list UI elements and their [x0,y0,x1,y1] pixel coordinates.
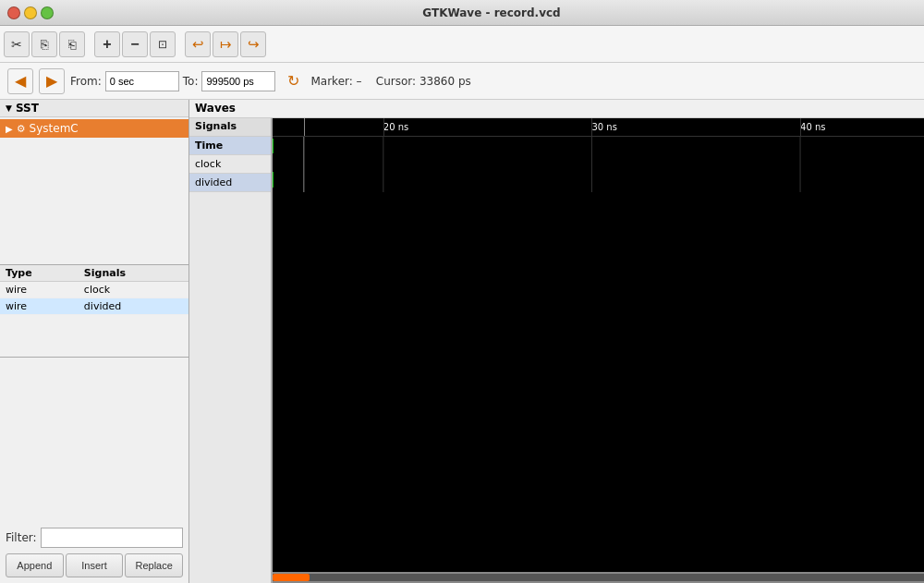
time-signal-row: Time [189,137,271,155]
copy-button[interactable]: ⎘ [31,31,57,57]
ruler-label-40ns: 40 ns [800,122,825,132]
sst-tree[interactable]: ▶ ⚙ SystemC [0,117,188,261]
maximize-button[interactable] [41,6,54,19]
close-button[interactable] [7,6,20,19]
cursor-line [304,118,305,136]
clock-signal-label: clock [195,158,221,170]
from-label: From: [70,75,102,88]
zoom-fit-button[interactable]: ⊡ [150,31,176,57]
scrollbar-thumb[interactable] [273,574,310,581]
titlebar: GTKWave - record.vcd [0,0,924,26]
sst-empty-area [0,358,188,522]
cursor-label: Cursor: 33860 ps [376,75,471,88]
module-icon: ⚙ [17,123,26,135]
replace-button[interactable]: Replace [125,553,183,577]
first-button[interactable]: ↦ [213,31,238,57]
signals-col-header: Signals [79,265,188,282]
to-label: To: [183,75,199,88]
append-button[interactable]: Append [6,553,64,577]
signal-table: Type Signals wire clock wire divided [0,265,188,315]
marker-info: Marker: – Cursor: 33860 ps [310,75,470,88]
waves-body: Signals Time clock divided 20 ns 30 ns 4… [189,118,924,583]
filter-label: Filter: [6,531,37,544]
waveform-ruler: 20 ns 30 ns 40 ns [273,118,924,137]
horizontal-scrollbar[interactable] [273,572,924,583]
edit-tools: ✂ ⎘ ⎗ [4,31,85,57]
signal-type-clock: wire [0,282,79,298]
filter-row: Filter: [0,522,188,552]
window-title: GTKWave - record.vcd [67,6,917,19]
signal-details: Type Signals wire clock wire divided [0,265,188,358]
prev-button[interactable]: ◀ [7,68,33,94]
signal-name-clock: clock [79,282,188,298]
divided-signal-row: divided [189,174,271,192]
sst-section: ▼ SST ▶ ⚙ SystemC [0,100,188,265]
marker-label: Marker: – [310,75,361,88]
zoom-tools: + − ⊡ [94,31,176,57]
next-button[interactable]: ▶ [39,68,65,94]
left-bottom: Filter: Append Insert Replace [0,522,188,583]
scrollbar-track [273,574,924,581]
zoom-in-button[interactable]: + [94,31,120,57]
sst-title: SST [16,102,39,115]
time-range: From: To: [70,71,275,91]
grid-line-20ns [383,118,384,136]
waveform-empty [273,192,924,562]
sst-header: ▼ SST [0,100,188,117]
sst-item-systemc[interactable]: ▶ ⚙ SystemC [0,119,188,138]
nav-tools: ↩ ↦ ↪ [185,31,266,57]
waveform-canvas[interactable]: 20 ns 30 ns 40 ns [273,118,924,583]
insert-button[interactable]: Insert [66,553,124,577]
back-button[interactable]: ↩ [185,31,211,57]
refresh-button[interactable]: ↻ [281,69,305,93]
waveform-svg [273,137,924,192]
sst-item-label: SystemC [30,122,79,135]
left-panel: ▼ SST ▶ ⚙ SystemC Type Signals [0,100,189,583]
waves-header: Waves [189,100,924,118]
signal-type-divided: wire [0,298,79,315]
minimize-button[interactable] [24,6,37,19]
grid-line-30ns [591,118,592,136]
filter-input[interactable] [41,528,183,548]
from-input[interactable] [105,71,179,91]
type-col-header: Type [0,265,79,282]
to-input[interactable] [201,71,275,91]
last-button[interactable]: ↪ [240,31,266,57]
paste-button[interactable]: ⎗ [59,31,85,57]
time-signal-label: Time [195,140,223,152]
button-row: Append Insert Replace [0,552,188,583]
ruler-label-20ns: 20 ns [383,122,408,132]
expand-arrow-icon: ▶ [6,124,13,134]
table-row[interactable]: wire clock [0,282,188,298]
signals-panel-header: Signals [189,118,271,137]
grid-line-40ns [800,118,801,136]
window-controls [7,6,54,19]
right-panel: Waves Signals Time clock divided 20 n [189,100,924,583]
signal-names-panel: Signals Time clock divided [189,118,273,583]
clock-signal-row: clock [189,155,271,174]
zoom-out-button[interactable]: − [122,31,148,57]
divided-signal-label: divided [195,176,232,188]
sst-triangle-icon: ▼ [6,103,12,113]
ruler-label-30ns: 30 ns [591,122,616,132]
table-row[interactable]: wire divided [0,298,188,315]
main-toolbar: ✂ ⎘ ⎗ + − ⊡ ↩ ↦ ↪ [0,26,924,63]
signal-name-divided: divided [79,298,188,315]
main-layout: ▼ SST ▶ ⚙ SystemC Type Signals [0,100,924,583]
nav-toolbar: ◀ ▶ From: To: ↻ Marker: – Cursor: 33860 … [0,63,924,100]
cut-button[interactable]: ✂ [4,31,30,57]
